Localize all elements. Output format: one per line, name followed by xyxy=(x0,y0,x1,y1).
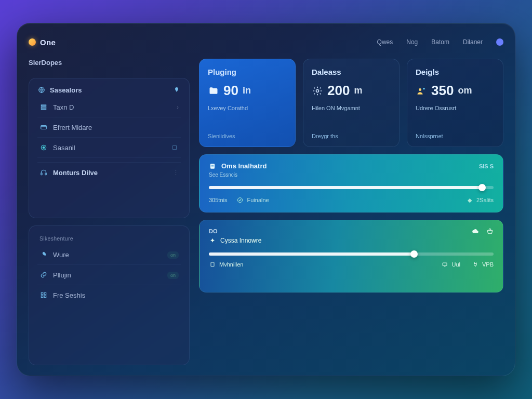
stat-card-1[interactable]: Daleass 200m Hilen ON Mvgamnt Dreygr ths xyxy=(303,59,400,147)
stat-link[interactable]: Sieniidives xyxy=(208,133,287,139)
stat-title: Deigls xyxy=(416,68,495,76)
chip-1[interactable]: Uul xyxy=(441,261,460,268)
svg-rect-19 xyxy=(211,165,214,165)
plug-icon xyxy=(472,261,479,268)
stat-sub: Udrere Ossrusrt xyxy=(416,105,495,111)
sidebar-item-2[interactable]: Sasanil xyxy=(37,138,181,158)
stat-unit: m xyxy=(354,85,362,96)
logo-text: One xyxy=(40,38,56,47)
doc-icon xyxy=(209,261,216,268)
stat-card-0[interactable]: Pluging 90in Lxevey Corathd Sieniidives xyxy=(199,59,296,147)
stat-card-2[interactable]: Deigls 350om Udrere Ossrusrt Nnlssprnet xyxy=(407,59,503,147)
sidebar-item-1[interactable]: Efrert Midare xyxy=(37,117,181,138)
card-icon xyxy=(39,123,48,131)
sidebar2-item-0[interactable]: Wure on xyxy=(37,245,181,265)
sidebar-item-foot[interactable]: Monturs Dilve ⋮ xyxy=(37,162,181,182)
svg-rect-10 xyxy=(45,173,46,175)
panel1-title: Oms Inalhatrd xyxy=(221,162,267,170)
svg-rect-3 xyxy=(41,109,46,110)
status-pill: on xyxy=(167,251,179,259)
svg-rect-4 xyxy=(41,126,47,129)
leaf-icon xyxy=(39,250,48,259)
svg-point-17 xyxy=(423,88,424,89)
stat-unit: in xyxy=(243,85,251,96)
nav-item-3[interactable]: Dilaner xyxy=(463,38,483,46)
pin-icon xyxy=(172,86,181,94)
gear-icon xyxy=(312,85,323,97)
chip-0[interactable]: Mvhnillen xyxy=(209,261,243,268)
panel1-foot-right: 2Salits xyxy=(476,197,494,203)
svg-rect-9 xyxy=(41,173,42,175)
user-cloud-icon xyxy=(416,85,427,97)
app-frame: One Qwes Nog Batom Dilaner SlerDopes Sas… xyxy=(17,23,515,376)
target-icon xyxy=(39,143,48,152)
stat-link[interactable]: Dreygr ths xyxy=(312,133,391,139)
svg-rect-20 xyxy=(211,166,214,166)
sidebar-item-0-label: Taxn D xyxy=(53,103,74,111)
panel-2: DO ✦ Cyssa Innowre xyxy=(199,220,503,292)
stat-title: Daleass xyxy=(312,68,391,76)
stat-link[interactable]: Nnlssprnet xyxy=(416,133,495,139)
header: One Qwes Nog Batom Dilaner xyxy=(29,33,503,51)
panel-1: Oms Inalhatrd SIS S See Essncis 305tnis … xyxy=(199,154,503,212)
expand-icon xyxy=(170,143,179,152)
sidebar2-item-2-label: Fre Seshis xyxy=(53,291,85,299)
sidebar-card-1: Sasealors Taxn D › xyxy=(29,78,190,218)
chevron-icon: › xyxy=(177,104,179,110)
stat-title: Pluging xyxy=(208,68,287,76)
chip-0-label: Mvhnillen xyxy=(219,261,243,268)
sidebar2-item-1-label: Pllujin xyxy=(53,271,71,279)
doc-icon xyxy=(209,163,216,170)
svg-point-15 xyxy=(316,89,319,92)
svg-rect-12 xyxy=(44,292,46,295)
spark-icon: ◆ xyxy=(466,196,473,204)
sidebar2-item-1[interactable]: Pllujin on xyxy=(37,265,181,285)
svg-rect-23 xyxy=(443,263,447,266)
svg-point-7 xyxy=(43,147,45,149)
sidebar2-item-2[interactable]: Fre Seshis xyxy=(37,285,181,305)
svg-rect-14 xyxy=(44,296,46,298)
sidebar-section2-title: Sikeshenture xyxy=(39,235,181,242)
panel1-sub: See Essncis xyxy=(209,172,494,178)
sidebar-card-2: Sikeshenture Wure on Pllujin on xyxy=(29,225,190,365)
tv-icon xyxy=(441,261,448,268)
main: SlerDopes Sasealors xyxy=(29,59,503,365)
logo: One xyxy=(29,38,56,47)
link-icon xyxy=(39,271,48,279)
nav-item-2[interactable]: Batom xyxy=(431,38,449,46)
chip-2[interactable]: VPB xyxy=(472,261,494,268)
sidebar-item-0[interactable]: Taxn D › xyxy=(37,97,181,117)
content: Pluging 90in Lxevey Corathd Sieniidives … xyxy=(199,59,503,365)
list-icon xyxy=(39,103,48,111)
svg-rect-22 xyxy=(211,262,214,267)
svg-rect-11 xyxy=(41,292,43,295)
cloud-icon[interactable] xyxy=(472,228,479,235)
svg-rect-13 xyxy=(41,296,43,298)
basket-icon[interactable] xyxy=(486,228,494,235)
stat-row: Pluging 90in Lxevey Corathd Sieniidives … xyxy=(199,59,503,147)
avatar[interactable] xyxy=(496,38,503,46)
panel2-slider[interactable] xyxy=(209,252,494,256)
grid-icon xyxy=(39,291,48,299)
nav-item-1[interactable]: Nog xyxy=(406,38,418,46)
chip-2-label: VPB xyxy=(482,261,494,268)
panel2-left-label: DO xyxy=(209,228,218,234)
stat-value: 200 xyxy=(327,83,350,99)
panel2-title: Cyssa Innowre xyxy=(220,237,261,244)
sidebar-card-1-head[interactable]: Sasealors xyxy=(37,86,181,97)
top-nav: Qwes Nog Batom Dilaner xyxy=(377,38,503,46)
svg-rect-1 xyxy=(41,105,46,106)
stat-unit: om xyxy=(458,85,472,96)
nav-item-0[interactable]: Qwes xyxy=(377,38,393,46)
svg-rect-2 xyxy=(41,107,46,108)
sidebar-item-2-label: Sasanil xyxy=(53,144,75,152)
svg-rect-8 xyxy=(173,146,177,150)
panel1-foot-mid: Fuinalne xyxy=(247,197,269,203)
sidebar-card-1-head-label: Sasealors xyxy=(50,86,82,94)
status-pill: on xyxy=(167,272,179,279)
panel1-badge: SIS S xyxy=(479,163,494,169)
svg-point-16 xyxy=(419,88,421,91)
sidebar2-item-0-label: Wure xyxy=(53,251,69,259)
spark-icon: ✦ xyxy=(209,237,216,244)
panel1-slider[interactable] xyxy=(209,186,494,189)
